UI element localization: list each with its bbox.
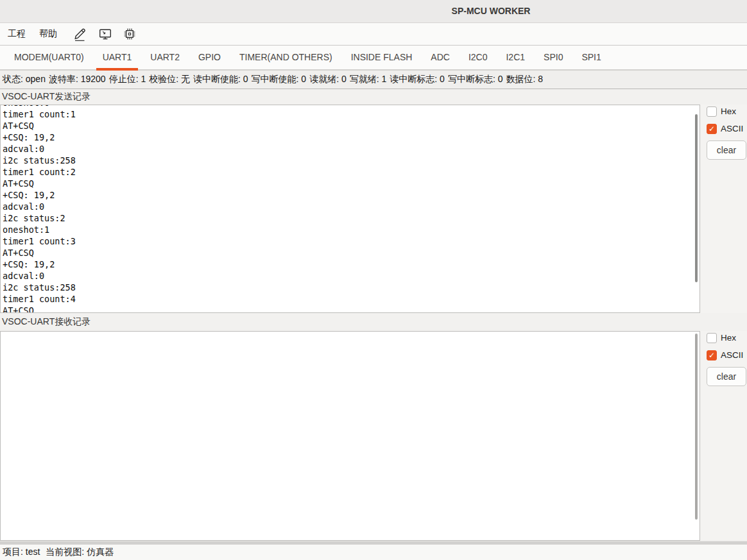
- send-section-label: VSOC-UART发送记录: [0, 89, 747, 105]
- tab-spi1[interactable]: SPI1: [575, 46, 607, 69]
- log-line: i2c status:2: [3, 212, 700, 224]
- receive-controls-panel: Hex ✓ ASCII clear: [700, 331, 747, 541]
- tab-timer-and-others[interactable]: TIMER(AND OTHERS): [233, 46, 339, 69]
- status-bar: 项目: test当前视图: 仿真器: [0, 545, 747, 560]
- chip-icon[interactable]: [122, 25, 137, 43]
- status-field: 读中断标志: 0: [390, 74, 445, 85]
- status-field: 读就绪: 0: [309, 74, 347, 85]
- tab-uart1[interactable]: UART1: [96, 46, 139, 69]
- log-line: AT+CSQ: [3, 120, 700, 132]
- tab-spi0[interactable]: SPI0: [537, 46, 569, 69]
- receive-hex-row[interactable]: Hex: [707, 332, 747, 343]
- log-line: adcval:0: [3, 201, 700, 212]
- receive-scrollbar-thumb[interactable]: [695, 334, 698, 520]
- title-bar: SP-MCU WORKER: [0, 0, 747, 23]
- hex-checkbox[interactable]: [707, 106, 717, 117]
- hex-label: Hex: [721, 333, 736, 343]
- receive-section-row: Hex ✓ ASCII clear: [0, 331, 747, 541]
- log-line: timer1 count:3: [3, 235, 700, 247]
- log-line: timer1 count:1: [3, 108, 700, 120]
- send-log-area[interactable]: oneshot:0timer1 count:1AT+CSQ+CSQ: 19,2a…: [0, 105, 700, 313]
- log-line: AT+CSQ: [3, 247, 700, 259]
- menu-help[interactable]: 帮助: [38, 28, 58, 40]
- log-line: oneshot:1: [3, 224, 700, 235]
- send-hex-row[interactable]: Hex: [707, 106, 747, 117]
- log-line: timer1 count:2: [3, 166, 700, 178]
- status-field: 状态: open: [3, 74, 46, 85]
- tab-bar: MODEM(UART0)UART1UART2GPIOTIMER(AND OTHE…: [0, 46, 747, 71]
- log-line: +CSQ: 19,2: [3, 132, 700, 143]
- uart-status-strip: 状态: open波特率: 19200停止位: 1校验位: 无读中断使能: 0写中…: [0, 71, 747, 89]
- log-line: i2c status:258: [3, 282, 700, 293]
- tab-modem-uart0[interactable]: MODEM(UART0): [8, 46, 90, 69]
- ascii-checkbox[interactable]: ✓: [707, 350, 717, 361]
- tab-inside-flash[interactable]: INSIDE FLASH: [345, 46, 419, 69]
- ascii-label: ASCII: [721, 350, 743, 360]
- send-ascii-row[interactable]: ✓ ASCII: [707, 123, 747, 134]
- send-section-row: oneshot:0timer1 count:1AT+CSQ+CSQ: 19,2a…: [0, 105, 747, 313]
- receive-log-area[interactable]: [0, 331, 700, 541]
- status-field: 当前视图: 仿真器: [46, 547, 114, 558]
- log-line: AT+CSQ: [3, 305, 700, 313]
- send-clear-button[interactable]: clear: [707, 140, 746, 160]
- ascii-checkbox[interactable]: ✓: [707, 124, 717, 134]
- tab-i2c0[interactable]: I2C0: [462, 46, 494, 69]
- log-line: adcval:0: [3, 270, 700, 282]
- pencil-icon[interactable]: [73, 25, 89, 43]
- log-line: adcval:0: [3, 143, 700, 155]
- status-field: 写就绪: 1: [350, 74, 387, 85]
- tab-uart2[interactable]: UART2: [144, 46, 186, 69]
- window-title: SP-MCU WORKER: [452, 0, 531, 22]
- menu-bar: 工程 帮助: [0, 23, 747, 46]
- log-line: timer1 count:4: [3, 293, 700, 305]
- log-line: i2c status:258: [3, 155, 700, 166]
- toolbar: [73, 25, 137, 43]
- receive-ascii-row[interactable]: ✓ ASCII: [707, 350, 747, 361]
- status-field: 波特率: 19200: [49, 74, 106, 85]
- menu-project[interactable]: 工程: [6, 28, 27, 40]
- monitor-icon[interactable]: [98, 25, 113, 43]
- status-field: 读中断使能: 0: [193, 74, 248, 85]
- log-line: AT+CSQ: [3, 178, 700, 189]
- tab-gpio[interactable]: GPIO: [192, 46, 227, 69]
- status-field: 数据位: 8: [506, 74, 543, 85]
- send-scrollbar-thumb[interactable]: [695, 114, 698, 282]
- log-line: +CSQ: 19,2: [3, 259, 700, 270]
- status-field: 写中断标志: 0: [448, 74, 503, 85]
- receive-clear-button[interactable]: clear: [707, 367, 746, 386]
- status-field: 校验位: 无: [149, 74, 190, 85]
- status-field: 写中断使能: 0: [252, 74, 307, 85]
- log-line: +CSQ: 19,2: [3, 189, 700, 201]
- tab-adc[interactable]: ADC: [424, 46, 456, 69]
- send-log-content: oneshot:0timer1 count:1AT+CSQ+CSQ: 19,2a…: [1, 105, 700, 313]
- tab-i2c1[interactable]: I2C1: [499, 46, 531, 69]
- hex-checkbox[interactable]: [707, 333, 717, 343]
- status-field: 停止位: 1: [109, 74, 146, 85]
- send-controls-panel: Hex ✓ ASCII clear: [700, 105, 747, 313]
- status-field: 项目: test: [3, 547, 40, 558]
- hex-label: Hex: [721, 106, 736, 116]
- receive-section-label: VSOC-UART接收记录: [0, 313, 747, 331]
- ascii-label: ASCII: [721, 124, 743, 133]
